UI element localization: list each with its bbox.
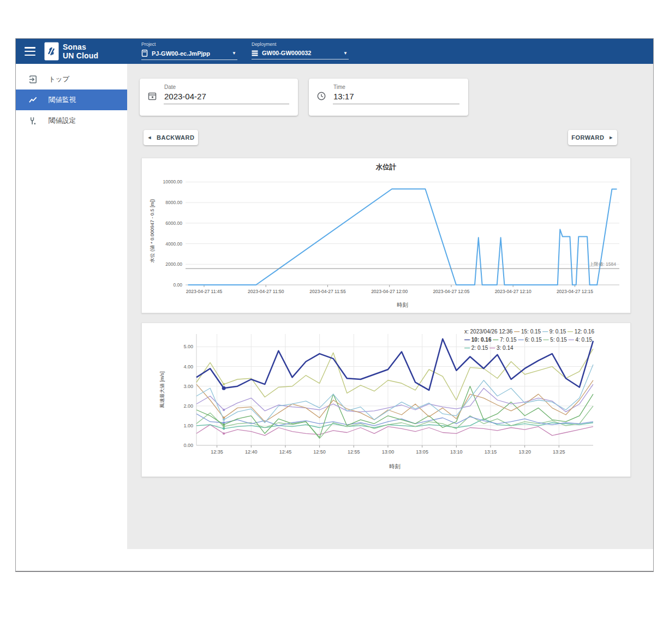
date-field-card: Date 2023-04-27: [140, 79, 298, 116]
legend-item-15: — 15: 0.15: [514, 329, 541, 335]
deployment-value: GW00-GW000032: [262, 50, 311, 56]
legend-item-12: — 12: 0.16: [568, 329, 594, 335]
sidebar-item-label: トップ: [49, 75, 69, 84]
svg-text:13:25: 13:25: [553, 449, 565, 455]
left-arrow-icon: ◄: [147, 135, 152, 140]
svg-text:1.00: 1.00: [183, 423, 193, 428]
legend-color-dash: —: [464, 345, 470, 351]
legend-color-dash: —: [464, 337, 470, 343]
exit-to-app-icon: [28, 74, 38, 84]
svg-text:0.00: 0.00: [173, 282, 182, 288]
svg-text:13:15: 13:15: [485, 449, 497, 455]
svg-text:水位 (値 * 0.000947 - 0.5 [m]): 水位 (値 * 0.000947 - 0.5 [m]): [150, 199, 155, 263]
legend-item-5: — 5: 0.15: [543, 337, 567, 343]
app-window: Sonas UN Cloud Project PJ-GW00-ec.JmPjpp…: [15, 38, 654, 572]
svg-text:2023-04-27 12:10: 2023-04-27 12:10: [495, 289, 531, 294]
svg-text:2023-04-27 11:45: 2023-04-27 11:45: [186, 289, 223, 294]
forward-button-label: FORWARD: [571, 134, 604, 141]
backward-button[interactable]: ◄ BACKWARD: [144, 130, 198, 145]
backward-button-label: BACKWARD: [157, 134, 194, 141]
brand-line1: Sonas: [63, 43, 98, 51]
svg-text:12:50: 12:50: [313, 449, 326, 455]
legend-item-10: — 10: 0.16: [464, 337, 491, 343]
main-content: Date 2023-04-27 Time 13:17 ◄ BA: [127, 64, 654, 549]
sonas-logo-icon: [44, 42, 59, 63]
line-chart-icon: [28, 95, 38, 105]
legend-color-dash: —: [542, 329, 548, 335]
svg-text:12:45: 12:45: [279, 449, 292, 455]
svg-text:2023-04-27 12:15: 2023-04-27 12:15: [557, 289, 593, 294]
legend-color-dash: —: [514, 329, 519, 335]
forward-button[interactable]: FORWARD ►: [568, 130, 617, 145]
sidebar-item-label: 閾値監視: [49, 96, 76, 105]
wrench-icon: [28, 116, 38, 126]
project-select-group: Project PJ-GW00-ec.JmPjpp ▼: [141, 41, 237, 60]
legend-color-dash: —: [493, 337, 498, 343]
legend-hover-x: x: 2023/04/26 12:36: [464, 329, 512, 335]
chart-legend: x: 2023/04/26 12:36 — 15: 0.15 — 9: 0.15…: [464, 327, 603, 352]
svg-text:13:00: 13:00: [382, 449, 395, 455]
svg-text:2023-04-27 11:50: 2023-04-27 11:50: [248, 289, 284, 294]
svg-text:12:40: 12:40: [245, 449, 258, 455]
clock-icon: [316, 91, 326, 116]
legend-item-9: — 9: 0.15: [542, 329, 566, 335]
project-select[interactable]: PJ-GW00-ec.JmPjpp ▼: [141, 48, 237, 60]
time-label: Time: [333, 84, 459, 90]
project-value: PJ-GW00-ec.JmPjpp: [152, 50, 210, 57]
svg-text:上限値: 1584: 上限値: 1584: [589, 261, 616, 267]
chevron-down-icon: ▼: [232, 51, 236, 56]
sidebar: トップ 閾値監視 閾値設定: [16, 64, 127, 571]
time-field-card: Time 13:17: [309, 79, 468, 116]
app-body: トップ 閾値監視 閾値設定: [16, 64, 653, 571]
deployment-select[interactable]: GW00-GW000032 ▼: [252, 48, 349, 59]
chevron-down-icon: ▼: [343, 51, 348, 56]
date-label: Date: [164, 84, 289, 90]
calendar-icon: [147, 91, 157, 116]
svg-text:3.00: 3.00: [183, 384, 193, 389]
date-input[interactable]: 2023-04-27: [164, 90, 289, 104]
svg-text:2023-04-27 12:00: 2023-04-27 12:00: [371, 289, 408, 294]
legend-item-4: — 4: 0.15: [569, 337, 592, 343]
svg-text:2023-04-27 11:55: 2023-04-27 11:55: [309, 289, 346, 294]
water-level-chart-title: 水位計: [142, 163, 630, 172]
svg-text:2023-04-27 12:05: 2023-04-27 12:05: [433, 289, 469, 294]
menu-icon[interactable]: [25, 47, 35, 56]
svg-text:2.00: 2.00: [183, 403, 193, 409]
svg-text:12:55: 12:55: [348, 449, 360, 455]
right-arrow-icon: ►: [608, 135, 613, 140]
svg-text:2000.00: 2000.00: [165, 261, 182, 267]
app-header: Sonas UN Cloud Project PJ-GW00-ec.JmPjpp…: [16, 39, 653, 64]
wind-speed-chart-panel: 0.001.002.003.004.005.0012:3512:4012:451…: [141, 323, 631, 477]
legend-item-6: — 6: 0.15: [518, 337, 541, 343]
deployment-select-group: Deployment GW00-GW000032 ▼: [252, 41, 349, 59]
brand-line2: UN Cloud: [63, 51, 98, 60]
date-field: Date 2023-04-27: [164, 84, 289, 116]
legend-item-7: — 7: 0.15: [493, 337, 516, 343]
legend-color-dash: —: [543, 337, 549, 343]
svg-text:10000.00: 10000.00: [163, 179, 183, 184]
time-field: Time 13:17: [333, 84, 459, 116]
legend-item-3: — 3: 0.14: [489, 345, 513, 351]
svg-text:時刻: 時刻: [390, 463, 401, 469]
sidebar-item-top[interactable]: トップ: [16, 69, 127, 90]
time-input[interactable]: 13:17: [333, 90, 459, 104]
legend-color-dash: —: [489, 345, 495, 351]
svg-text:0.00: 0.00: [183, 443, 193, 448]
svg-text:時刻: 時刻: [397, 302, 408, 308]
svg-text:8000.00: 8000.00: [165, 200, 182, 205]
legend-color-dash: —: [569, 337, 574, 343]
svg-text:13:10: 13:10: [450, 449, 463, 455]
svg-text:4.00: 4.00: [183, 364, 193, 369]
svg-text:6000.00: 6000.00: [165, 220, 182, 226]
deployment-icon: [252, 50, 258, 56]
project-icon: [141, 50, 148, 57]
sidebar-item-threshold-monitor[interactable]: 閾値監視: [16, 90, 127, 110]
sidebar-item-label: 閾値設定: [49, 116, 76, 126]
legend-item-2: — 2: 0.15: [464, 345, 488, 351]
svg-text:4000.00: 4000.00: [165, 241, 182, 247]
svg-text:風速最大値 [m/s]: 風速最大値 [m/s]: [159, 372, 165, 408]
sidebar-item-threshold-settings[interactable]: 閾値設定: [16, 110, 127, 131]
legend-color-dash: —: [568, 329, 573, 335]
water-level-chart[interactable]: 0.002000.004000.006000.008000.0010000.00…: [146, 171, 627, 309]
svg-text:13:20: 13:20: [518, 449, 531, 455]
